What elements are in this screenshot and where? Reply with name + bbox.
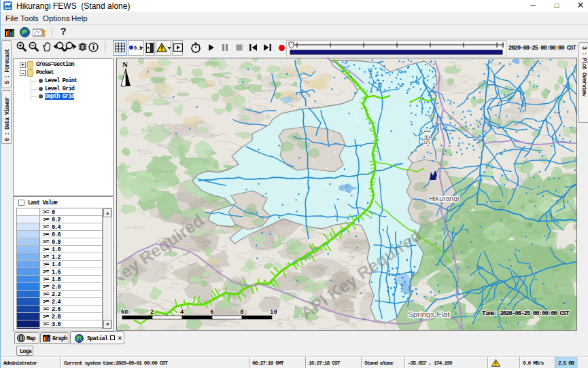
svg-text:N: N bbox=[122, 60, 128, 69]
svg-text:km: km bbox=[121, 309, 128, 316]
svg-text:2: 2 bbox=[150, 309, 154, 316]
svg-text:SH 1: SH 1 bbox=[423, 129, 431, 145]
svg-text:Time: 2020-08-25 00:00:00 CST: Time: 2020-08-25 00:00:00 CST bbox=[482, 310, 570, 317]
svg-text:6: 6 bbox=[210, 309, 213, 316]
svg-text:Springs Flat: Springs Flat bbox=[408, 310, 450, 318]
svg-text:4: 4 bbox=[180, 309, 184, 316]
svg-text:Hikurangi: Hikurangi bbox=[429, 194, 459, 202]
svg-text:10: 10 bbox=[270, 309, 277, 316]
svg-text:8: 8 bbox=[240, 309, 243, 316]
